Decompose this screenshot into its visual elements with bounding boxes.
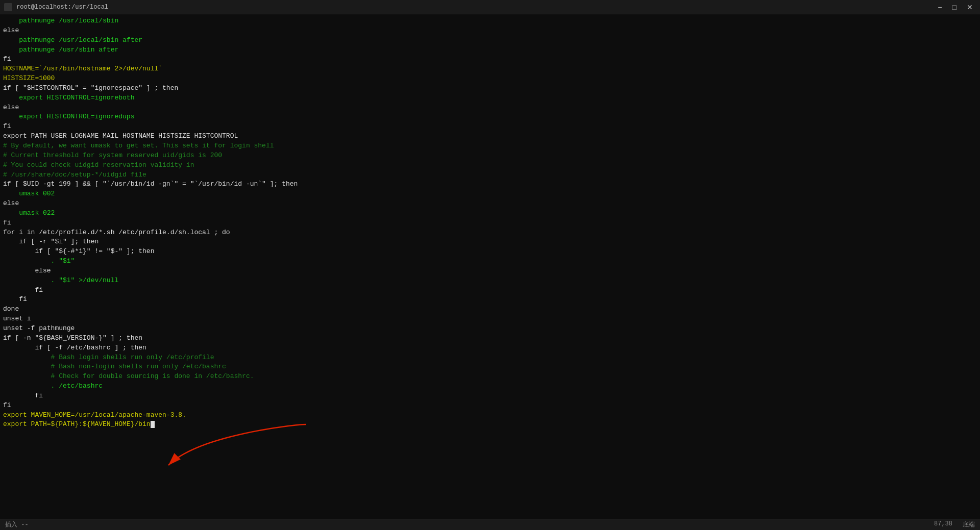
terminal-line: if [ -r "$i" ]; then	[3, 237, 977, 247]
terminal-line: # Current threshold for system reserved …	[3, 151, 977, 161]
terminal-line: fi	[3, 401, 977, 411]
terminal-line: fi	[3, 122, 977, 132]
vim-mode: 插入 --	[5, 520, 29, 529]
minimize-button[interactable]: −	[935, 4, 945, 11]
status-bar: 插入 -- 87,38 底端	[0, 519, 980, 530]
terminal-line: HOSTNAME=`/usr/bin/hostname 2>/dev/null`	[3, 64, 977, 74]
terminal-line: # Bash login shells run only /etc/profil…	[3, 353, 977, 363]
terminal-line: unset -f pathmunge	[3, 324, 977, 334]
title-bar-controls: − □ ✕	[935, 4, 976, 11]
terminal-body: pathmunge /usr/local/sbinelse pathmunge …	[0, 14, 980, 519]
cursor-position: 87,38	[934, 520, 952, 529]
buffer-status: 底端	[963, 520, 975, 529]
terminal-line: fi	[3, 218, 977, 228]
terminal-line: for i in /etc/profile.d/*.sh /etc/profil…	[3, 228, 977, 238]
terminal-line: export PATH USER LOGNAME MAIL HOSTNAME H…	[3, 132, 977, 141]
terminal-line: export PATH=${PATH}:${MAVEN_HOME}/bin	[3, 420, 977, 430]
maximize-button[interactable]: □	[949, 4, 960, 11]
terminal-line: export MAVEN_HOME=/usr/local/apache-mave…	[3, 411, 977, 420]
terminal-line: if [ $UID -gt 199 ] && [ "`/usr/bin/id -…	[3, 180, 977, 189]
terminal-line: pathmunge /usr/sbin after	[3, 45, 977, 55]
terminal-line: else	[3, 266, 977, 276]
title-text: root@localhost:/usr/local	[16, 4, 108, 11]
terminal-line: fi	[3, 286, 977, 295]
terminal-line: else	[3, 199, 977, 209]
terminal-line: pathmunge /usr/local/sbin after	[3, 36, 977, 45]
terminal-line: # /usr/share/doc/setup-*/uidgid file	[3, 170, 977, 180]
terminal-line: done	[3, 305, 977, 314]
terminal-line: fi	[3, 55, 977, 64]
terminal-line: if [ -n "${BASH_VERSION-}" ] ; then	[3, 334, 977, 343]
title-bar-left: root@localhost:/usr/local	[4, 3, 108, 11]
terminal-line: export HISTCONTROL=ignoredups	[3, 112, 977, 122]
terminal-line: pathmunge /usr/local/sbin	[3, 16, 977, 26]
terminal-line: HISTSIZE=1000	[3, 74, 977, 84]
close-button[interactable]: ✕	[964, 4, 976, 11]
terminal-line: # Check for double sourcing is done in /…	[3, 372, 977, 382]
terminal-icon	[4, 3, 12, 11]
terminal-line: . /etc/bashrc	[3, 382, 977, 391]
terminal-line: . "$i" >/dev/null	[3, 276, 977, 286]
terminal-line: fi	[3, 295, 977, 305]
terminal-line: else	[3, 26, 977, 36]
terminal-line: umask 002	[3, 189, 977, 199]
terminal-line: fi	[3, 391, 977, 401]
terminal-line: else	[3, 103, 977, 113]
terminal-line: unset i	[3, 314, 977, 324]
terminal-line: if [ -f /etc/bashrc ] ; then	[3, 343, 977, 353]
terminal-line: if [ "${-#*i}" != "$-" ]; then	[3, 247, 977, 257]
status-right: 87,38 底端	[934, 520, 975, 529]
terminal-line: umask 022	[3, 209, 977, 218]
terminal-line: export HISTCONTROL=ignoreboth	[3, 93, 977, 103]
title-bar: root@localhost:/usr/local − □ ✕	[0, 0, 980, 14]
terminal-line: if [ "$HISTCONTROL" = "ignorespace" ] ; …	[3, 84, 977, 93]
terminal-line: # You could check uidgid reservation val…	[3, 161, 977, 170]
terminal-line: # By default, we want umask to get set. …	[3, 141, 977, 151]
terminal-line: . "$i"	[3, 257, 977, 266]
terminal-line: # Bash non-login shells run only /etc/ba…	[3, 362, 977, 372]
